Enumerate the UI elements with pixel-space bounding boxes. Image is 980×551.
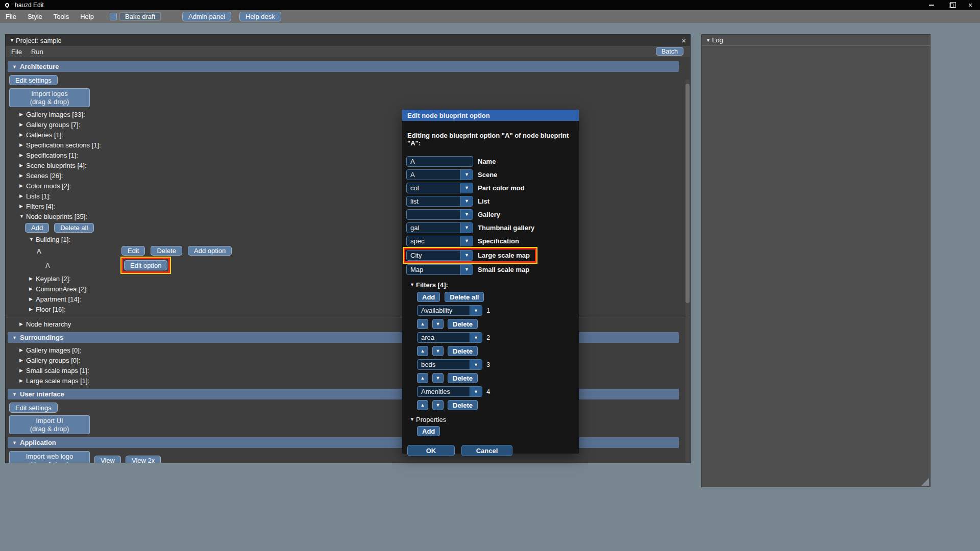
chevron-down-icon[interactable]: ▼ [29, 237, 35, 242]
tree-item-specification-sections[interactable]: ▶Specification sections [1]: [6, 140, 690, 150]
menu-style[interactable]: Style [22, 13, 48, 20]
chevron-right-icon[interactable]: ▶ [19, 183, 26, 188]
project-panel-header[interactable]: ▼ Project: sample × [6, 35, 690, 46]
building-sub-option-row[interactable]: A Edit option [6, 257, 690, 273]
cancel-button[interactable]: Cancel [461, 445, 512, 456]
chevron-right-icon[interactable]: ▶ [19, 378, 26, 383]
filters-add-button[interactable]: Add [417, 292, 440, 302]
ok-button[interactable]: OK [407, 445, 455, 456]
project-close-icon[interactable]: × [681, 35, 686, 46]
import-logos-dropzone[interactable]: Import logos (drag & drop) [9, 88, 90, 107]
filter-1-dropdown[interactable]: Availability▼ [417, 305, 482, 316]
menu-tools[interactable]: Tools [48, 13, 75, 20]
move-up-button[interactable]: ▲ [417, 319, 428, 329]
chevron-right-icon[interactable]: ▶ [29, 276, 35, 281]
batch-button[interactable]: Batch [656, 47, 683, 56]
move-down-button[interactable]: ▼ [432, 346, 444, 356]
filter-3-dropdown[interactable]: beds▼ [417, 359, 482, 370]
filter-delete-button[interactable]: Delete [448, 373, 478, 383]
tree-item-small-scale-maps[interactable]: ▶Small scale maps [1]: [6, 365, 690, 375]
chevron-right-icon[interactable]: ▶ [29, 296, 35, 302]
help-desk-button[interactable]: Help desk [239, 12, 281, 21]
minimize-button[interactable] [923, 0, 940, 10]
view-2x-button[interactable]: View 2x [126, 456, 161, 463]
filter-delete-button[interactable]: Delete [448, 400, 478, 410]
dialog-filters-node[interactable]: ▼ Filters [4]: [410, 280, 579, 289]
chevron-down-icon[interactable]: ▼ [19, 214, 26, 219]
move-down-button[interactable]: ▼ [432, 400, 444, 410]
add-option-button[interactable]: Add option [188, 246, 232, 256]
delete-all-node-blueprints-button[interactable]: Delete all [54, 223, 94, 233]
chevron-right-icon[interactable]: ▶ [29, 307, 35, 312]
admin-panel-button[interactable]: Admin panel [182, 12, 231, 21]
thumbnail-gallery-dropdown[interactable]: gal▼ [406, 222, 473, 233]
tree-item-scene-blueprints[interactable]: ▶Scene blueprints [4]: [6, 160, 690, 170]
chevron-right-icon[interactable]: ▶ [19, 173, 26, 178]
chevron-down-icon[interactable]: ▼ [410, 417, 416, 422]
move-down-button[interactable]: ▼ [432, 319, 444, 329]
filters-delete-all-button[interactable]: Delete all [445, 292, 484, 302]
chevron-right-icon[interactable]: ▶ [29, 286, 35, 291]
filter-delete-button[interactable]: Delete [448, 346, 478, 356]
import-ui-dropzone[interactable]: Import UI (drag & drop) [9, 415, 90, 434]
chevron-down-icon[interactable]: ▼ [10, 38, 16, 43]
chevron-right-icon[interactable]: ▶ [19, 347, 26, 353]
tree-item-keyplan[interactable]: ▶Keyplan [2]: [6, 273, 690, 284]
list-dropdown[interactable]: list▼ [406, 196, 473, 207]
view-button[interactable]: View [94, 456, 121, 463]
tree-item-commonarea[interactable]: ▶CommonArea [2]: [6, 284, 690, 294]
building-option-row[interactable]: A Edit Delete Add option [6, 245, 690, 257]
tree-item-specifications[interactable]: ▶Specifications [1]: [6, 150, 690, 160]
tree-item-node-hierarchy[interactable]: ▶Node hierarchy [6, 319, 690, 329]
chevron-right-icon[interactable]: ▶ [19, 132, 26, 137]
restore-button[interactable] [942, 0, 960, 10]
delete-button[interactable]: Delete [151, 246, 182, 256]
project-scrollbar[interactable] [685, 80, 690, 462]
chevron-right-icon[interactable]: ▶ [19, 142, 26, 147]
move-up-button[interactable]: ▲ [417, 373, 428, 383]
scene-dropdown[interactable]: A▼ [406, 169, 473, 180]
filter-2-dropdown[interactable]: area▼ [417, 332, 482, 343]
project-menu-file[interactable]: File [7, 48, 27, 56]
chevron-right-icon[interactable]: ▶ [19, 321, 26, 327]
properties-add-button[interactable]: Add [417, 426, 440, 436]
bake-draft-button[interactable]: Bake draft [119, 12, 161, 21]
chevron-right-icon[interactable]: ▶ [19, 368, 26, 373]
import-web-logo-dropzone[interactable]: Import web logo (drag & drop) [9, 451, 90, 463]
tree-item-floor[interactable]: ▶Floor [16]: [6, 304, 690, 314]
edit-option-button[interactable]: Edit option [124, 260, 167, 270]
menu-file[interactable]: File [0, 13, 22, 20]
move-down-button[interactable]: ▼ [432, 373, 444, 383]
resize-grip[interactable] [921, 478, 929, 486]
chevron-right-icon[interactable]: ▶ [19, 112, 26, 117]
tree-item-lists[interactable]: ▶Lists [1]: [6, 191, 690, 201]
chevron-right-icon[interactable]: ▶ [19, 122, 26, 127]
ui-edit-settings-button[interactable]: Edit settings [9, 403, 58, 413]
move-up-button[interactable]: ▲ [417, 346, 428, 356]
specification-dropdown[interactable]: spec▼ [406, 236, 473, 246]
bake-draft-icon[interactable] [110, 13, 117, 20]
tree-item-building[interactable]: ▼Building [1]: [6, 234, 690, 245]
tree-item-surr-gallery-images[interactable]: ▶Gallery images [0]: [6, 345, 690, 355]
log-panel-header[interactable]: ▼ Log [702, 35, 930, 46]
project-menu-run[interactable]: Run [27, 48, 48, 56]
large-scale-map-dropdown[interactable]: City▼ [406, 250, 473, 261]
chevron-right-icon[interactable]: ▶ [19, 163, 26, 168]
tree-item-gallery-groups[interactable]: ▶Gallery groups [7]: [6, 119, 690, 130]
edit-settings-button[interactable]: Edit settings [9, 75, 58, 85]
name-input[interactable] [406, 156, 473, 167]
tree-item-scenes[interactable]: ▶Scenes [26]: [6, 170, 690, 181]
tree-item-node-blueprints[interactable]: ▼Node blueprints [35]: [6, 211, 690, 221]
filter-4-dropdown[interactable]: Amenities▼ [417, 386, 482, 397]
tree-item-filters[interactable]: ▶Filters [4]: [6, 201, 690, 211]
tree-item-surr-gallery-groups[interactable]: ▶Gallery groups [0]: [6, 355, 690, 365]
move-up-button[interactable]: ▲ [417, 400, 428, 410]
gallery-dropdown[interactable]: ▼ [406, 209, 473, 220]
tree-item-apartment[interactable]: ▶Apartment [14]: [6, 294, 690, 304]
section-architecture[interactable]: ▼ Architecture [8, 61, 679, 72]
tree-item-gallery-images[interactable]: ▶Gallery images [33]: [6, 109, 690, 119]
menu-help[interactable]: Help [75, 13, 100, 20]
dialog-properties-node[interactable]: ▼ Properties [410, 415, 579, 424]
chevron-down-icon[interactable]: ▼ [410, 282, 416, 287]
close-button[interactable]: × [962, 0, 979, 10]
